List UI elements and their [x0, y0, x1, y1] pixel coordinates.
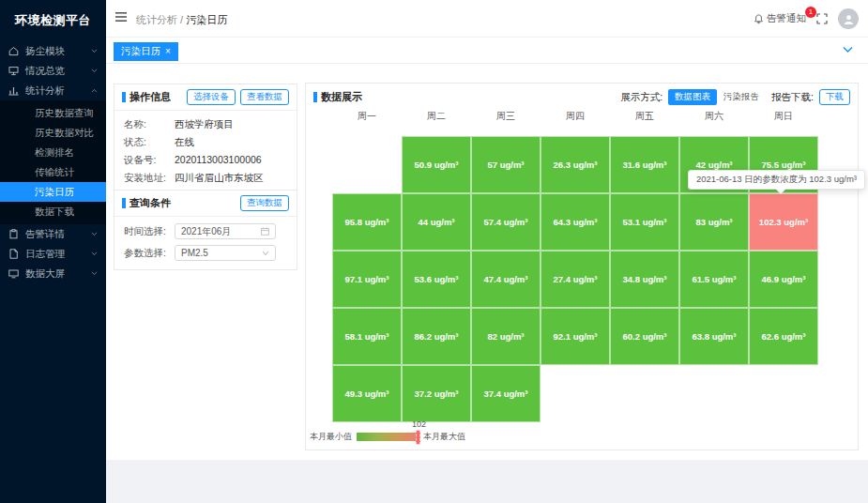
calendar-cell[interactable]: 37.4 ug/m³	[471, 365, 541, 422]
breadcrumb-section[interactable]: 统计分析	[136, 14, 177, 25]
month-picker-input[interactable]: 2021年06月	[175, 223, 276, 239]
home-icon	[8, 46, 21, 56]
calendar-icon	[261, 227, 269, 236]
sidebar-item-overview[interactable]: 情况总览	[0, 61, 106, 81]
calendar-cell[interactable]: 26.3 ug/m³	[541, 136, 610, 193]
calendar-cell[interactable]: 31.6 ug/m³	[610, 136, 679, 193]
select-device-button[interactable]: 选择设备	[187, 89, 236, 105]
sidebar-item-transmission-stats[interactable]: 传输统计	[0, 162, 106, 182]
calendar-cell[interactable]: 82 ug/m³	[471, 308, 541, 365]
query-card-title: 查询条件	[129, 196, 171, 210]
time-select-label: 时间选择:	[124, 225, 175, 238]
calendar-cell[interactable]: 64.3 ug/m³	[541, 193, 610, 251]
calendar-cell[interactable]: 47.4 ug/m³	[471, 251, 541, 308]
sidebar-item-dust-module[interactable]: 扬尘模块	[0, 41, 106, 61]
alarm-notification-button[interactable]: 告警通知 1	[754, 12, 806, 25]
calendar-cell[interactable]: 63.8 ug/m³	[679, 308, 749, 365]
legend-min-label: 本月最小值	[310, 431, 352, 443]
calendar-cell[interactable]: 34.8 ug/m³	[610, 251, 679, 308]
calendar-cell[interactable]: 58.1 ug/m³	[332, 308, 402, 365]
view-data-button[interactable]: 查看数据	[240, 89, 289, 105]
calendar-cell[interactable]: 44 ug/m³	[402, 193, 471, 251]
month-picker-value: 2021年06月	[181, 225, 231, 238]
calendar-cell[interactable]: 83 ug/m³	[679, 193, 749, 251]
report-download-label: 报告下载:	[771, 91, 814, 104]
sidebar-item-history-data-query[interactable]: 历史数据查询	[0, 103, 106, 123]
user-avatar[interactable]	[838, 8, 859, 29]
legend-gradient-bar[interactable]: 102	[357, 433, 419, 441]
sidebar-item-data-download[interactable]: 数据下载	[0, 202, 106, 221]
sidebar-item-alarm-details[interactable]: 告警详情	[0, 224, 106, 244]
sidebar-item-log-management[interactable]: 日志管理	[0, 244, 106, 264]
monitor-icon	[8, 66, 21, 76]
mode-chart-button[interactable]: 数据图表	[668, 89, 717, 105]
weekday-header: 周四	[541, 110, 610, 123]
parameter-select-value: PM2.5	[181, 248, 208, 258]
time-select-field: 时间选择: 2021年06月	[114, 221, 297, 242]
download-button[interactable]: 下载	[819, 89, 850, 105]
calendar-cell[interactable]: 57.4 ug/m³	[471, 193, 541, 251]
app-title: 环境检测平台	[0, 0, 106, 41]
calendar-cell[interactable]: 60.2 ug/m³	[610, 308, 679, 365]
tab-pollution-calendar[interactable]: 污染日历 ×	[114, 42, 178, 61]
chevron-down-icon	[91, 252, 98, 256]
calendar-cell[interactable]: 92.1 ug/m³	[541, 308, 610, 365]
calendar-cell[interactable]: 62.6 ug/m³	[749, 308, 818, 365]
sidebar-item-statistics[interactable]: 统计分析	[0, 81, 106, 100]
fullscreen-icon[interactable]	[816, 13, 828, 24]
legend-max-value: 102	[412, 419, 426, 429]
breadcrumb: 统计分析 / 污染日历	[136, 13, 227, 27]
calendar-cell[interactable]: 61.5 ug/m³	[679, 251, 749, 308]
query-data-button[interactable]: 查询数据	[240, 195, 289, 211]
calendar-cell[interactable]: 53.1 ug/m³	[610, 193, 679, 251]
weekday-header: 周二	[402, 110, 471, 123]
chevron-down-icon	[91, 49, 98, 53]
cell-tooltip: 2021-06-13 日的参数浓度为 102.3 ug/m³	[688, 170, 865, 190]
parameter-select[interactable]: PM2.5	[175, 245, 276, 261]
info-label: 名称:	[124, 118, 175, 131]
calendar-cell[interactable]: 50.9 ug/m³	[402, 136, 471, 193]
sidebar-item-data-screen[interactable]: 数据大屏	[0, 264, 106, 283]
chevron-up-icon	[91, 88, 98, 93]
chevron-down-icon	[91, 271, 98, 276]
title-accent-bar	[313, 92, 317, 102]
tab-bar: 污染日历 ×	[106, 38, 868, 64]
calendar-cell[interactable]: 86.2 ug/m³	[402, 308, 471, 365]
display-mode-label: 展示方式:	[620, 91, 662, 104]
calendar-cell[interactable]: 95.8 ug/m³	[332, 193, 402, 251]
calendar-cell[interactable]: 27.4 ug/m³	[541, 251, 610, 308]
tab-close-icon[interactable]: ×	[165, 47, 171, 56]
top-header: 统计分析 / 污染日历 告警通知 1	[106, 0, 868, 38]
bar-chart-icon	[8, 85, 21, 96]
sidebar-item-label: 日志管理	[25, 248, 65, 261]
info-row-status: 状态: 在线	[114, 133, 297, 151]
data-display-header: 数据展示 展示方式: 数据图表 污染报告 报告下载: 下载	[306, 84, 858, 109]
chevron-down-icon[interactable]	[843, 46, 853, 53]
sidebar-item-label: 扬尘模块	[25, 45, 65, 58]
calendar-cell[interactable]: 53.6 ug/m³	[402, 251, 471, 308]
calendar-cell[interactable]: 57 ug/m³	[471, 136, 541, 193]
header-actions: 告警通知 1	[754, 0, 859, 38]
sidebar-item-label: 告警详情	[25, 228, 65, 241]
calendar-cell[interactable]: 37.2 ug/m³	[402, 365, 471, 422]
menu-collapse-icon[interactable]	[115, 12, 127, 22]
calendar-cell[interactable]: 97.1 ug/m³	[332, 251, 402, 308]
sidebar-item-history-data-compare[interactable]: 历史数据对比	[0, 123, 106, 143]
mode-report-button[interactable]: 污染报告	[717, 89, 766, 105]
sidebar: 环境检测平台 扬尘模块情况总览统计分析历史数据查询历史数据对比检测排名传输统计污…	[0, 0, 106, 503]
calendar-cell[interactable]: 46.9 ug/m³	[749, 251, 818, 308]
query-card-header: 查询条件 查询数据	[114, 191, 297, 217]
calendar-cell-high[interactable]: 102.3 ug/m³	[749, 193, 818, 251]
sidebar-item-pollution-calendar[interactable]: 污染日历	[0, 182, 106, 202]
sidebar-item-label: 情况总览	[25, 65, 65, 78]
legend-marker-handle[interactable]	[416, 430, 420, 445]
calendar-cell[interactable]: 49.3 ug/m³	[332, 365, 402, 422]
display-controls: 展示方式: 数据图表 污染报告 报告下载: 下载	[620, 89, 850, 105]
info-value: 在线	[175, 136, 194, 149]
device-info-title: 操作信息	[129, 90, 171, 104]
legend: 本月最小值 102 本月最大值	[310, 431, 465, 443]
sidebar-item-detection-ranking[interactable]: 检测排名	[0, 143, 106, 162]
info-row-name: 名称: 西坡学府项目	[114, 115, 297, 133]
info-value: 2020113003100006	[175, 154, 262, 167]
breadcrumb-separator: /	[180, 14, 183, 25]
